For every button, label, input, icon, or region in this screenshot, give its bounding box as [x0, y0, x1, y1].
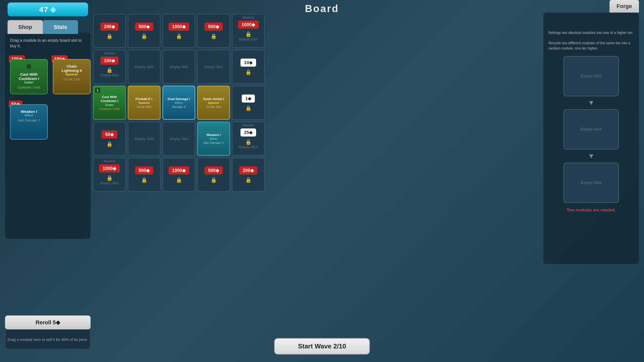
module-cast-cooldown[interactable]: 1 Cast With Cooldown I Caster Cooldown: …	[93, 86, 126, 120]
forge-desc-recycle: Recycle two different modules of the sam…	[548, 40, 634, 51]
lock-r5c2: 🔒	[141, 177, 147, 183]
empty-slot-r4c3: Empty Slot	[170, 137, 188, 141]
module-fireball[interactable]: Fireball II + Spawner On Hit: 85%	[128, 86, 160, 120]
forge-slot-1-label: Empty Slot	[581, 74, 602, 78]
board-row-1: 200◆ 🔒 500◆ 🔒 1000◆ 🔒 500◆ 🔒 (Inactive) …	[93, 14, 292, 48]
lock-r1c3: 🔒	[176, 33, 182, 39]
price-r5c5: 200◆	[239, 166, 257, 174]
lock-r1c2: 🔒	[141, 33, 147, 39]
board-row-3: 1 Cast With Cooldown I Caster Cooldown: …	[93, 86, 292, 120]
forge-slot-1[interactable]: Empty Slot	[564, 56, 619, 96]
module-stat-r3c4: On Hit: 20%	[206, 105, 221, 108]
empty-slot-r2c1: Empty Slot	[100, 73, 118, 77]
board-cell-r5c4: 500◆ 🔒	[197, 158, 230, 192]
lock-r2c1: 🔒	[106, 67, 113, 73]
board-cell-r2c4[interactable]: Empty Slot	[197, 50, 230, 84]
module-type-r3c1: Caster	[105, 103, 114, 106]
module-type-r4c4: Effect	[210, 137, 218, 140]
shop-card-3[interactable]: 50◆ Weaken I Effect Add. Damage: 2	[10, 104, 48, 142]
price-r3c5: 1◆	[242, 95, 255, 103]
forge-slot-2[interactable]: Empty Slot	[564, 109, 619, 150]
board-cell-r4c2[interactable]: Empty Slot	[128, 122, 160, 156]
board-row-4: 50◆ 🔒 Empty Slot Empty Slot Weaken I Eff…	[93, 122, 292, 156]
sell-hint-text: Drag a module here to sell it for 40% of…	[8, 337, 88, 342]
forge-arrow-icon-2: ▼	[548, 152, 634, 160]
card-stat-1: Cooldown: 0.60s	[13, 86, 45, 89]
price-r1c5: 1000◆	[238, 21, 259, 29]
board-cell-r5c1: (Inactive) 1000◆ 🔒 Empty Slot	[93, 158, 126, 192]
board-cell-r5c2: 500◆ 🔒	[128, 158, 160, 192]
board-cell-r2c3[interactable]: Empty Slot	[163, 50, 195, 84]
lock-r4c5: 🔒	[245, 139, 252, 145]
module-weaken[interactable]: Weaken I Effect Add. Damage: 2	[197, 122, 230, 156]
forge-slot-3[interactable]: Empty Slot	[564, 163, 619, 203]
shop-card-1[interactable]: 100◆ ⚙ Cast WithCooldown I Caster Cooldo…	[10, 59, 48, 97]
module-sonic-arrow[interactable]: Sonic Arrow I Spawner On Hit: 20%	[197, 86, 230, 120]
diamond-icon: ◆	[50, 5, 56, 14]
card-type-3: Effect	[13, 114, 45, 117]
card-title-3: Weaken I	[13, 109, 45, 114]
module-type-r3c4: Spawner	[208, 101, 219, 104]
module-name-r3c4: Sonic Arrow I	[203, 97, 224, 101]
forge-desc-reforge: Reforge two identical modules into one o…	[548, 30, 634, 35]
left-panel: Drag a module to an empty board slot to …	[5, 33, 91, 239]
card-stat-2: On Hit: 12%	[56, 78, 88, 81]
lock-r5c1: 🔒	[106, 175, 113, 181]
board-title: Board	[305, 3, 339, 14]
board-cell-r1c5: (Inactive) 1000◆ 🔒 Empty Slot	[232, 14, 265, 48]
lock-r1c5: 🔒	[245, 31, 252, 37]
tab-shop[interactable]: Shop	[8, 20, 43, 34]
card-icon-1: ⚙	[13, 63, 45, 70]
module-type-r3c2: Spawner	[138, 101, 150, 104]
board-cell-r1c1: 200◆ 🔒	[93, 14, 126, 48]
forge-arrow-icon: ▼	[548, 99, 634, 107]
price-r5c2: 500◆	[135, 166, 153, 174]
price-r4c5: 25◆	[240, 128, 256, 137]
board-row-2: (Inactive) 100◆ 🔒 Empty Slot Empty Slot …	[93, 50, 292, 84]
module-type-r3c3: Effect	[175, 101, 183, 104]
board-cell-r2c5: 10◆ 🔒	[232, 50, 265, 84]
reroll-button[interactable]: Reroll 5◆	[5, 315, 91, 329]
board-cell-r1c4: 500◆ 🔒	[197, 14, 230, 48]
board-cell-r4c1: 50◆ 🔒	[93, 122, 126, 156]
tab-stats[interactable]: Stats	[43, 20, 78, 34]
price-r5c4: 500◆	[205, 166, 223, 174]
board-cell-r5c5: 200◆ 🔒	[232, 158, 265, 192]
empty-slot-r5c1: Empty Slot	[100, 181, 118, 185]
forge-tab-button[interactable]: Forge	[610, 0, 639, 13]
board-cell-r4c5: (Inactive) 25◆ 🔒 Empty Slot	[232, 122, 265, 156]
sell-area: Drag a module here to sell it for 40% of…	[5, 329, 91, 349]
price-r5c1: 1000◆	[99, 164, 120, 172]
inactive-label-r4c5: (Inactive)	[243, 124, 254, 127]
module-stat-r3c2: On Hit: 85%	[137, 105, 151, 108]
inactive-label-r1c5: (Inactive)	[243, 16, 254, 19]
price-r2c5: 10◆	[240, 59, 256, 67]
lock-r4c1: 🔒	[106, 141, 113, 147]
card-stat-3: Add. Damage: 2	[13, 119, 45, 122]
main-board: 200◆ 🔒 500◆ 🔒 1000◆ 🔒 500◆ 🔒 (Inactive) …	[93, 14, 292, 194]
empty-slot-r2c3: Empty Slot	[170, 65, 188, 69]
board-cell-r2c2[interactable]: Empty Slot	[128, 50, 160, 84]
lock-r3c5: 🔒	[245, 105, 252, 111]
module-deal-damage[interactable]: Deal Damage I Effect Damage: 8	[163, 86, 195, 120]
lock-r2c5: 🔒	[245, 69, 252, 75]
board-cell-r4c3[interactable]: Empty Slot	[163, 122, 195, 156]
drag-hint: Drag a module to an empty board slot to …	[10, 38, 86, 49]
board-cell-r3c5: 1◆ 🔒	[232, 86, 265, 120]
module-badge: 1	[95, 88, 100, 93]
empty-slot-r2c4: Empty Slot	[204, 65, 223, 69]
module-name-r3c1: Cast With Cooldown I	[96, 95, 123, 103]
forge-slot-2-label: Empty Slot	[581, 127, 602, 132]
card-body-3: Weaken I Effect Add. Damage: 2	[10, 104, 48, 140]
lock-r5c3: 🔒	[176, 177, 182, 183]
price-r5c3: 1000◆	[169, 166, 189, 174]
start-wave-button[interactable]: Start Wave 2/10	[274, 338, 370, 354]
price-r4c1: 50◆	[102, 130, 117, 139]
board-cell-r1c2: 500◆ 🔒	[128, 14, 160, 48]
module-name-r4c4: Weaken I	[207, 133, 221, 137]
forge-slot-3-label: Empty Slot	[581, 180, 602, 185]
shop-cards-row-1: 100◆ ⚙ Cast WithCooldown I Caster Cooldo…	[10, 54, 86, 97]
shop-card-2[interactable]: 180◆ ChainLightning II Spawner On Hit: 1…	[53, 59, 91, 97]
currency-bar: 47 ◆	[8, 3, 88, 16]
lock-r1c4: 🔒	[211, 33, 217, 39]
